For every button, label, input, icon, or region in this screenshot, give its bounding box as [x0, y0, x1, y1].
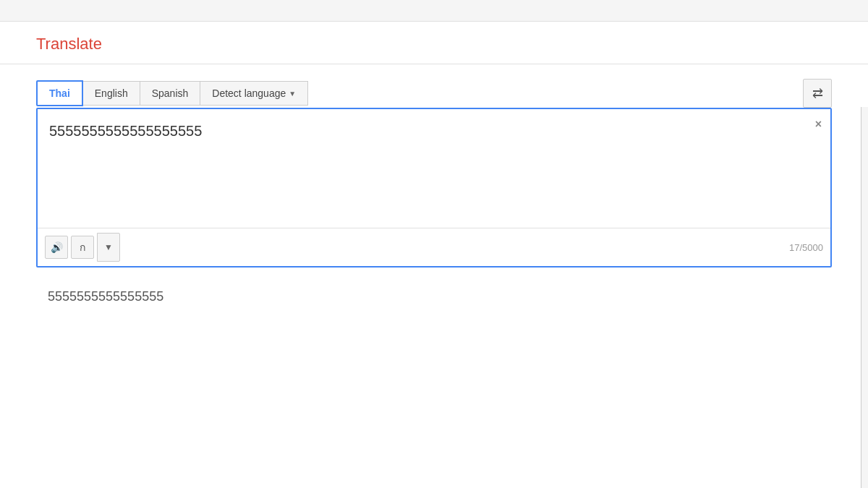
lang-btn-spanish[interactable]: Spanish: [140, 81, 201, 106]
main-content: Thai English Spanish Detect language ▼ ⇄…: [0, 64, 868, 326]
char-count: 17/5000: [789, 242, 823, 253]
clear-button[interactable]: ×: [815, 118, 822, 131]
transliterate-button[interactable]: ก: [71, 236, 94, 259]
right-panel: [861, 107, 868, 488]
page-title: Translate: [0, 22, 868, 64]
top-bar: [0, 0, 868, 22]
transliterate-dropdown[interactable]: ▼: [97, 233, 120, 262]
result-text: 5555555555555555: [48, 289, 163, 304]
textarea-footer: 🔊 ก ▼ 17/5000: [38, 228, 830, 266]
lang-btn-english[interactable]: English: [82, 81, 140, 106]
lang-btn-thai[interactable]: Thai: [36, 80, 83, 106]
swap-languages-button[interactable]: ⇄: [803, 79, 832, 108]
thai-char-icon: ก: [80, 239, 85, 255]
source-language-bar: Thai English Spanish Detect language ▼: [36, 80, 307, 106]
translate-area: 5555555555555555555 × 🔊 ก ▼ 17/5000: [36, 108, 832, 267]
result-area: 5555555555555555: [36, 282, 832, 312]
header-line: Thai English Spanish Detect language ▼ ⇄: [36, 79, 832, 108]
detect-dropdown-arrow[interactable]: ▼: [289, 90, 296, 98]
transliterate-btn-group: ก ▼: [71, 233, 120, 262]
speak-button[interactable]: 🔊: [45, 236, 68, 259]
swap-btn-container: ⇄: [803, 79, 832, 108]
swap-icon: ⇄: [812, 85, 823, 101]
transliterate-dropdown-arrow: ▼: [104, 242, 113, 252]
source-text-input[interactable]: 5555555555555555555: [38, 109, 830, 225]
speaker-icon: 🔊: [51, 241, 63, 253]
lang-btn-detect[interactable]: Detect language ▼: [200, 81, 308, 106]
